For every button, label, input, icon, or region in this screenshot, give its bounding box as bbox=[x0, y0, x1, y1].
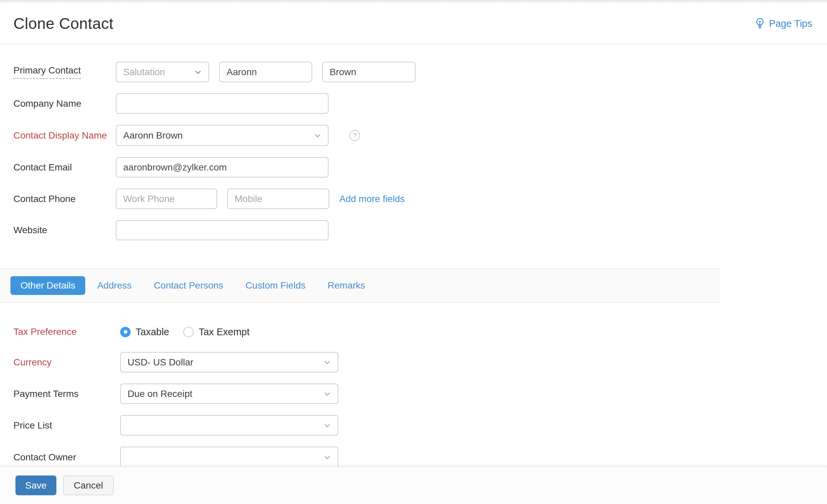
salutation-select[interactable]: Salutation bbox=[116, 62, 209, 82]
detail-tabs: Other Details Address Contact Persons Cu… bbox=[0, 268, 720, 303]
contact-display-name-label: Contact Display Name bbox=[0, 130, 116, 141]
contact-email-row: Contact Email bbox=[0, 157, 827, 178]
last-name-input[interactable] bbox=[322, 62, 416, 82]
page-header: Clone Contact Page Tips bbox=[0, 3, 827, 44]
tab-other-details[interactable]: Other Details bbox=[10, 276, 85, 295]
company-name-row: Company Name bbox=[0, 93, 827, 114]
contact-owner-label: Contact Owner bbox=[0, 452, 120, 463]
payment-terms-label: Payment Terms bbox=[0, 389, 120, 399]
price-list-label: Price List bbox=[0, 420, 120, 431]
work-phone-input[interactable] bbox=[116, 189, 217, 209]
lightbulb-icon bbox=[755, 18, 765, 29]
currency-select[interactable]: USD- US Dollar bbox=[120, 352, 338, 372]
contact-basic-section: Primary Contact Salutation Company Name … bbox=[0, 44, 827, 240]
primary-contact-label: Primary Contact bbox=[0, 65, 116, 79]
chevron-down-icon bbox=[323, 358, 332, 367]
currency-select-value: USD- US Dollar bbox=[128, 357, 193, 368]
contact-display-name-row: Contact Display Name Aaronn Brown ? bbox=[0, 125, 827, 146]
contact-email-input[interactable] bbox=[116, 157, 329, 178]
tax-preference-label: Tax Preference bbox=[0, 326, 120, 337]
payment-terms-row: Payment Terms Due on Receipt bbox=[0, 384, 827, 404]
chevron-down-icon bbox=[194, 68, 202, 77]
contact-phone-row: Contact Phone Add more fields bbox=[0, 189, 827, 209]
radio-unselected-icon bbox=[183, 327, 194, 337]
chevron-down-icon bbox=[313, 131, 322, 140]
tax-preference-row: Tax Preference Taxable Tax Exempt bbox=[0, 322, 827, 342]
chevron-down-icon bbox=[323, 390, 332, 398]
action-footer: Save Cancel bbox=[0, 466, 827, 504]
page-tips-link[interactable]: Page Tips bbox=[755, 18, 812, 29]
tab-custom-fields[interactable]: Custom Fields bbox=[245, 280, 305, 291]
taxable-radio[interactable]: Taxable bbox=[120, 326, 169, 338]
primary-contact-row: Primary Contact Salutation bbox=[0, 62, 827, 82]
company-name-label: Company Name bbox=[0, 98, 116, 109]
currency-label: Currency bbox=[0, 357, 120, 368]
contact-owner-select[interactable] bbox=[120, 447, 338, 468]
website-input[interactable] bbox=[116, 220, 329, 240]
cancel-button[interactable]: Cancel bbox=[63, 475, 114, 495]
radio-selected-icon bbox=[120, 327, 131, 337]
page-tips-label: Page Tips bbox=[769, 18, 812, 29]
first-name-input[interactable] bbox=[219, 62, 312, 82]
mobile-phone-input[interactable] bbox=[227, 189, 329, 209]
contact-phone-label: Contact Phone bbox=[0, 194, 116, 204]
add-more-fields-link[interactable]: Add more fields bbox=[339, 194, 405, 204]
currency-row: Currency USD- US Dollar bbox=[0, 352, 827, 372]
payment-terms-select[interactable]: Due on Receipt bbox=[120, 384, 338, 404]
website-label: Website bbox=[0, 225, 116, 236]
contact-owner-row: Contact Owner bbox=[0, 447, 827, 468]
contact-display-name-select[interactable]: Aaronn Brown bbox=[116, 125, 329, 146]
price-list-select[interactable] bbox=[120, 415, 338, 436]
tax-exempt-radio[interactable]: Tax Exempt bbox=[183, 326, 250, 338]
payment-terms-select-value: Due on Receipt bbox=[128, 389, 192, 399]
price-list-row: Price List bbox=[0, 415, 827, 436]
chevron-down-icon bbox=[323, 453, 332, 462]
question-circle-icon[interactable]: ? bbox=[349, 130, 360, 141]
contact-display-name-value: Aaronn Brown bbox=[123, 130, 183, 141]
save-button[interactable]: Save bbox=[15, 475, 56, 495]
tab-address[interactable]: Address bbox=[97, 280, 132, 291]
tab-remarks[interactable]: Remarks bbox=[328, 280, 365, 291]
chevron-down-icon bbox=[323, 421, 332, 430]
page-title: Clone Contact bbox=[13, 14, 113, 33]
top-shadow-strip bbox=[0, 0, 827, 3]
company-name-input[interactable] bbox=[116, 93, 329, 114]
contact-email-label: Contact Email bbox=[0, 162, 116, 173]
website-row: Website bbox=[0, 220, 827, 240]
salutation-select-value: Salutation bbox=[123, 67, 165, 78]
tab-contact-persons[interactable]: Contact Persons bbox=[154, 280, 223, 291]
other-details-section: Tax Preference Taxable Tax Exempt Curren… bbox=[0, 303, 827, 468]
